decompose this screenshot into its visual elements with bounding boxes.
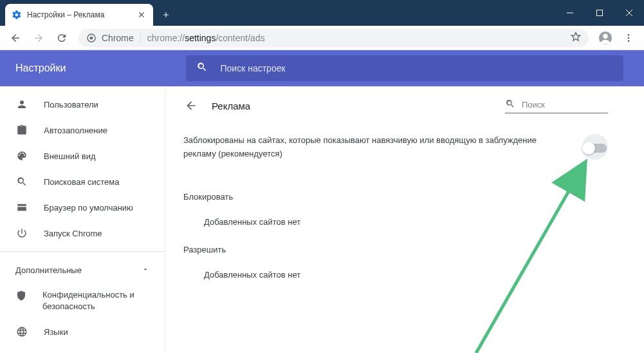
window-controls <box>555 0 644 26</box>
sidebar-item-search[interactable]: Поисковая система <box>0 169 165 195</box>
clipboard-icon <box>15 124 28 137</box>
forward-button[interactable] <box>28 28 49 48</box>
gear-icon <box>12 10 22 20</box>
power-icon <box>15 227 28 240</box>
ads-toggle[interactable] <box>582 134 608 160</box>
shield-icon <box>15 289 27 302</box>
address-bar[interactable]: Chrome chrome://settings/content/ads <box>78 29 589 47</box>
allow-section-heading: Разрешить <box>183 245 608 254</box>
sidebar-item-users[interactable]: Пользователи <box>0 91 165 117</box>
settings-main: Реклама Заблокированы на сайтах, которые… <box>165 86 644 353</box>
chrome-product-icon <box>86 33 97 43</box>
separator <box>0 251 165 252</box>
ads-settings-card: Реклама Заблокированы на сайтах, которые… <box>183 86 608 353</box>
sidebar-item-languages[interactable]: Языки <box>0 319 165 345</box>
url-text: chrome://settings/content/ads <box>147 33 265 43</box>
kebab-menu-button[interactable] <box>618 28 639 48</box>
sidebar-item-label: Внешний вид <box>44 151 96 161</box>
svg-point-7 <box>628 40 630 42</box>
tab-title: Настройки – Реклама <box>27 10 136 19</box>
globe-icon <box>15 325 28 338</box>
settings-search-input[interactable] <box>221 63 613 73</box>
back-arrow-button[interactable] <box>183 98 199 113</box>
sidebar-advanced-label: Дополнительные <box>15 265 82 275</box>
settings-sidebar: Пользователи Автозаполнение Внешний вид … <box>0 86 165 353</box>
svg-point-5 <box>628 34 630 36</box>
separator <box>140 33 141 43</box>
sidebar-item-startup[interactable]: Запуск Chrome <box>0 220 165 246</box>
browser-tab[interactable]: Настройки – Реклама ✕ <box>5 4 153 26</box>
plus-icon <box>161 10 170 19</box>
page-search-input[interactable] <box>522 100 630 110</box>
browser-icon <box>15 201 28 214</box>
sidebar-item-label: Языки <box>44 327 68 337</box>
new-tab-button[interactable] <box>157 6 175 24</box>
sidebar-item-label: Запуск Chrome <box>44 229 102 238</box>
search-icon <box>505 99 515 111</box>
toolbar: Chrome chrome://settings/content/ads <box>0 26 644 50</box>
ads-toggle-description: Заблокированы на сайтах, которые показыв… <box>183 134 582 161</box>
svg-point-6 <box>628 37 630 39</box>
reload-button[interactable] <box>51 28 72 48</box>
back-button[interactable] <box>5 28 26 48</box>
sidebar-item-label: Конфиденциальность и безопасность <box>42 289 165 312</box>
page-title: Реклама <box>212 100 505 111</box>
svg-rect-0 <box>597 10 603 16</box>
settings-title: Настройки <box>0 62 165 74</box>
bookmark-star-icon[interactable] <box>571 32 581 44</box>
chevron-up-icon <box>142 265 149 275</box>
window-titlebar: Настройки – Реклама ✕ <box>0 0 644 26</box>
svg-point-4 <box>603 33 607 38</box>
minimize-button[interactable] <box>555 0 585 26</box>
sidebar-advanced-toggle[interactable]: Дополнительные <box>0 257 165 283</box>
block-empty-text: Добавленных сайтов нет <box>183 217 608 227</box>
sidebar-item-label: Пользователи <box>44 100 98 110</box>
palette-icon <box>15 149 28 162</box>
search-icon <box>196 61 208 75</box>
sidebar-item-default-browser[interactable]: Браузер по умолчанию <box>0 195 165 220</box>
allow-empty-text: Добавленных сайтов нет <box>183 270 608 280</box>
svg-point-2 <box>90 36 93 39</box>
sidebar-item-label: Поисковая система <box>44 177 120 187</box>
maximize-button[interactable] <box>585 0 614 26</box>
sidebar-item-label: Автозаполнение <box>44 126 107 135</box>
person-icon <box>15 98 28 111</box>
search-icon <box>15 175 28 188</box>
sidebar-item-autofill[interactable]: Автозаполнение <box>0 117 165 143</box>
close-window-button[interactable] <box>614 0 644 26</box>
sidebar-item-label: Браузер по умолчанию <box>44 203 133 213</box>
sidebar-item-appearance[interactable]: Внешний вид <box>0 143 165 169</box>
settings-header: Настройки <box>0 50 644 86</box>
block-section-heading: Блокировать <box>183 192 608 202</box>
settings-search[interactable] <box>186 55 623 81</box>
page-search[interactable] <box>505 99 608 113</box>
profile-button[interactable] <box>595 28 616 48</box>
ads-toggle-row: Заблокированы на сайтах, которые показыв… <box>183 131 608 179</box>
close-icon[interactable]: ✕ <box>136 10 147 20</box>
url-scheme-label: Chrome <box>102 33 134 43</box>
sidebar-item-privacy[interactable]: Конфиденциальность и безопасность <box>0 283 165 319</box>
